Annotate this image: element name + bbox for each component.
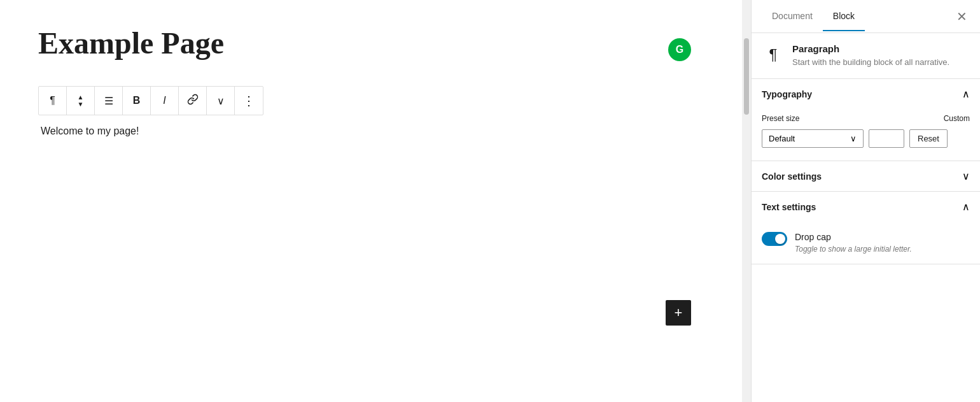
paragraph-type-button[interactable]: ¶ <box>39 87 67 115</box>
color-settings-section-header[interactable]: Color settings <box>752 161 980 191</box>
plus-icon: + <box>675 305 683 321</box>
italic-icon: I <box>163 95 165 106</box>
typography-controls-labels: Preset size Custom <box>762 114 970 123</box>
block-content-text[interactable]: Welcome to my page! <box>38 123 704 140</box>
toggle-track[interactable] <box>762 232 787 246</box>
more-options-dropdown-button[interactable]: ∨ <box>207 87 235 115</box>
preset-size-label: Preset size <box>762 114 799 123</box>
ellipsis-icon: ⋮ <box>242 93 255 108</box>
color-settings-section: Color settings <box>752 161 980 192</box>
block-type-description: Start with the building block of all nar… <box>792 57 949 68</box>
typography-collapse-icon <box>962 88 970 100</box>
link-icon <box>187 94 199 108</box>
typography-section: Typography Preset size Custom Default ∨ … <box>752 79 980 161</box>
reset-size-button[interactable]: Reset <box>909 129 948 148</box>
paragraph-icon: ¶ <box>50 95 55 106</box>
typography-section-header[interactable]: Typography <box>752 79 980 109</box>
block-type-name: Paragraph <box>792 43 949 54</box>
align-button[interactable]: ☰ <box>95 87 123 115</box>
grammarly-button[interactable]: G <box>668 38 691 61</box>
align-icon: ☰ <box>104 95 113 107</box>
custom-size-input[interactable] <box>869 129 904 148</box>
page-title[interactable]: Example Page <box>38 25 704 61</box>
italic-button[interactable]: I <box>151 87 179 115</box>
close-panel-button[interactable]: ✕ <box>954 6 970 27</box>
text-settings-title: Text settings <box>762 202 816 212</box>
typography-size-controls: Default ∨ Reset <box>762 129 970 148</box>
move-icon: ▲▼ <box>78 94 84 108</box>
block-type-icon: ¶ <box>762 43 785 66</box>
move-up-down-button[interactable]: ▲▼ <box>67 87 95 115</box>
drop-cap-row: Drop cap Toggle to show a large initial … <box>752 222 980 264</box>
panel-tabs: Document Block <box>762 2 865 31</box>
preset-select-chevron: ∨ <box>850 134 857 143</box>
chevron-down-icon: ∨ <box>217 95 225 107</box>
tab-document[interactable]: Document <box>762 2 823 31</box>
preset-size-value: Default <box>769 134 795 143</box>
right-panel: Document Block ✕ ¶ Paragraph Start with … <box>751 0 980 402</box>
drop-cap-info: Drop cap Toggle to show a large initial … <box>795 232 912 254</box>
color-settings-title: Color settings <box>762 171 822 182</box>
more-options-button[interactable]: ⋮ <box>235 87 263 115</box>
drop-cap-description: Toggle to show a large initial letter. <box>795 245 912 254</box>
custom-size-label: Custom <box>944 114 970 123</box>
text-settings-section: Text settings Drop cap Toggle to show a … <box>752 192 980 264</box>
preset-size-select[interactable]: Default ∨ <box>762 129 864 148</box>
toggle-thumb <box>775 234 785 244</box>
drop-cap-label: Drop cap <box>795 232 912 242</box>
block-info-section: ¶ Paragraph Start with the building bloc… <box>752 33 980 79</box>
text-settings-collapse-icon <box>962 201 970 213</box>
typography-section-content: Preset size Custom Default ∨ Reset <box>752 109 980 161</box>
scrollbar-thumb[interactable] <box>744 38 749 115</box>
block-info-text: Paragraph Start with the building block … <box>792 43 949 68</box>
text-settings-section-header[interactable]: Text settings <box>752 192 980 222</box>
tab-block[interactable]: Block <box>823 2 865 31</box>
link-button[interactable] <box>179 87 207 115</box>
bold-button[interactable]: B <box>123 87 151 115</box>
scrollbar-track[interactable] <box>742 0 751 402</box>
close-icon: ✕ <box>956 10 967 24</box>
block-toolbar: ¶ ▲▼ ☰ B I ∨ ⋮ <box>38 86 263 115</box>
panel-header: Document Block ✕ <box>752 0 980 33</box>
color-settings-collapse-icon <box>962 170 970 182</box>
typography-section-title: Typography <box>762 89 812 99</box>
drop-cap-toggle[interactable] <box>762 232 787 246</box>
editor-area: Example Page G ¶ ▲▼ ☰ B I <box>0 0 742 402</box>
add-block-button[interactable]: + <box>666 300 691 326</box>
bold-icon: B <box>133 95 141 106</box>
